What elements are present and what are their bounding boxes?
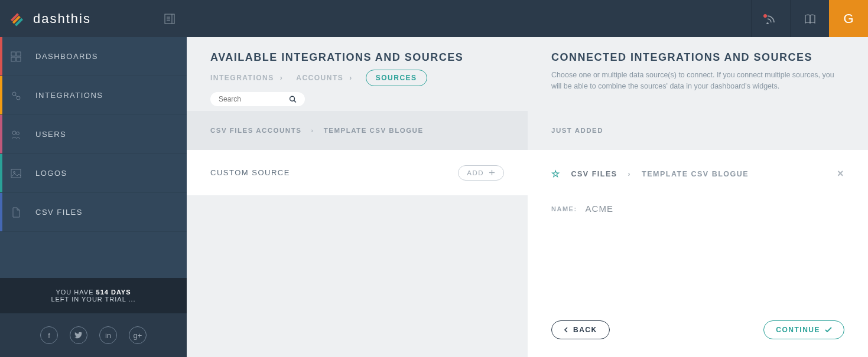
- brand-logo-icon: [11, 11, 27, 27]
- continue-button[interactable]: CONTINUE: [763, 320, 844, 339]
- file-icon: [11, 207, 21, 218]
- svg-rect-7: [11, 57, 15, 61]
- twitter-icon[interactable]: [70, 326, 87, 344]
- brand: dashthis: [0, 0, 187, 37]
- trial-line2: LEFT IN YOUR TRIAL ...: [6, 296, 181, 303]
- connected-desc: Choose one or multiple data source(s) to…: [551, 70, 844, 92]
- sidebar-item-logos[interactable]: LOGOS: [0, 154, 187, 193]
- connected-subhead: JUST ADDED: [528, 111, 868, 150]
- close-icon[interactable]: ×: [837, 168, 844, 180]
- source-row-custom: CUSTOM SOURCE ADD: [187, 150, 528, 196]
- brand-name: dashthis: [33, 11, 91, 27]
- svg-rect-6: [17, 52, 21, 56]
- sidebar-item-users[interactable]: USERS: [0, 115, 187, 154]
- available-pane: AVAILABLE INTEGRATIONS AND SOURCES INTEG…: [187, 37, 528, 357]
- sidebar-nav: DASHBOARDS INTEGRATIONS USERS LOGOS CSV: [0, 37, 187, 232]
- avatar-initial: G: [843, 11, 853, 27]
- tab-accounts[interactable]: ACCOUNTS ›: [296, 74, 353, 82]
- tab-sources[interactable]: SOURCES: [366, 70, 427, 86]
- social-row: f in g+: [0, 313, 187, 357]
- tab-row: INTEGRATIONS › ACCOUNTS › SOURCES: [210, 70, 504, 86]
- connected-breadcrumb: ☆ CSV FILES › TEMPLATE CSV BLOGUE ×: [551, 168, 844, 180]
- tab-integrations[interactable]: INTEGRATIONS ›: [210, 74, 283, 82]
- accent-bar: [0, 115, 2, 153]
- available-header: AVAILABLE INTEGRATIONS AND SOURCES INTEG…: [187, 37, 528, 111]
- header-right: G: [751, 0, 868, 37]
- subhead-label: JUST ADDED: [551, 127, 603, 134]
- account-avatar[interactable]: G: [829, 0, 868, 37]
- svg-rect-5: [11, 52, 15, 56]
- accent-bar: [0, 76, 2, 114]
- sidebar-item-csv-files[interactable]: CSV FILES: [0, 193, 187, 232]
- svg-point-15: [14, 171, 15, 173]
- add-source-button[interactable]: ADD: [458, 165, 504, 181]
- docs-button[interactable]: [790, 0, 829, 37]
- sidebar-item-label: DASHBOARDS: [35, 52, 98, 61]
- search-input[interactable]: [219, 95, 289, 103]
- search-wrap: [210, 92, 305, 106]
- breadcrumb-b: TEMPLATE CSV BLOGUE: [642, 170, 749, 178]
- connected-footer: BACK CONTINUE: [528, 320, 868, 357]
- accent-bar: [0, 193, 2, 231]
- chevron-left-icon: [564, 327, 568, 333]
- sidebar-item-dashboards[interactable]: DASHBOARDS: [0, 37, 187, 76]
- trial-status: YOU HAVE 514 DAYS LEFT IN YOUR TRIAL ...: [0, 278, 187, 313]
- breadcrumb-a[interactable]: CSV FILES: [571, 170, 617, 178]
- star-icon: ☆: [551, 168, 561, 179]
- chevron-right-icon: ›: [628, 170, 632, 178]
- name-input[interactable]: [586, 204, 698, 214]
- check-icon: [825, 327, 832, 333]
- dashboard-icon: [11, 51, 21, 62]
- svg-rect-8: [17, 57, 21, 61]
- integrations-icon: [11, 90, 21, 101]
- connected-pane: CONNECTED INTEGRATIONS AND SOURCES Choos…: [528, 37, 868, 357]
- svg-point-16: [290, 96, 295, 101]
- accent-bar: [0, 154, 2, 192]
- chevron-right-icon: ›: [280, 74, 284, 82]
- book-icon: [804, 14, 816, 24]
- svg-point-12: [12, 131, 16, 135]
- chevron-right-icon: ›: [349, 74, 353, 82]
- sidebar-item-label: USERS: [35, 130, 66, 139]
- rss-icon: [766, 14, 776, 24]
- breadcrumb-b: TEMPLATE CSV BLOGUE: [324, 127, 424, 134]
- connected-title: CONNECTED INTEGRATIONS AND SOURCES: [551, 51, 844, 64]
- app-header: dashthis G: [0, 0, 868, 37]
- trial-days: 514 DAYS: [96, 289, 131, 296]
- available-title: AVAILABLE INTEGRATIONS AND SOURCES: [210, 51, 504, 64]
- svg-line-17: [294, 100, 296, 102]
- sidebar-item-label: LOGOS: [35, 169, 67, 178]
- sidebar-item-integrations[interactable]: INTEGRATIONS: [0, 76, 187, 115]
- available-breadcrumb: CSV FILES ACCOUNTS › TEMPLATE CSV BLOGUE: [187, 111, 528, 150]
- sidebar: DASHBOARDS INTEGRATIONS USERS LOGOS CSV: [0, 37, 187, 357]
- sidebar-item-label: CSV FILES: [35, 208, 83, 217]
- svg-line-11: [15, 95, 17, 97]
- notifications-button[interactable]: [751, 0, 790, 37]
- linkedin-icon[interactable]: in: [99, 326, 117, 344]
- facebook-icon[interactable]: f: [40, 326, 58, 344]
- source-row-title: CUSTOM SOURCE: [210, 168, 290, 177]
- sidebar-toggle-icon[interactable]: [164, 14, 175, 24]
- svg-point-13: [17, 132, 19, 135]
- googleplus-icon[interactable]: g+: [129, 326, 147, 344]
- connected-header: CONNECTED INTEGRATIONS AND SOURCES Choos…: [528, 37, 868, 111]
- svg-rect-14: [11, 169, 21, 178]
- search-icon: [289, 95, 297, 103]
- accent-bar: [0, 37, 2, 76]
- sidebar-item-label: INTEGRATIONS: [35, 91, 103, 100]
- chevron-right-icon: ›: [311, 127, 314, 134]
- available-empty-area: [187, 196, 528, 357]
- name-row: NAME:: [551, 204, 844, 214]
- users-icon: [11, 129, 21, 140]
- name-label: NAME:: [551, 205, 577, 212]
- back-button[interactable]: BACK: [551, 320, 610, 339]
- connected-card: ☆ CSV FILES › TEMPLATE CSV BLOGUE × NAME…: [528, 150, 868, 320]
- image-icon: [11, 168, 21, 179]
- breadcrumb-a[interactable]: CSV FILES ACCOUNTS: [210, 127, 301, 134]
- plus-icon: [489, 169, 495, 176]
- trial-line1-pre: YOU HAVE: [56, 289, 96, 296]
